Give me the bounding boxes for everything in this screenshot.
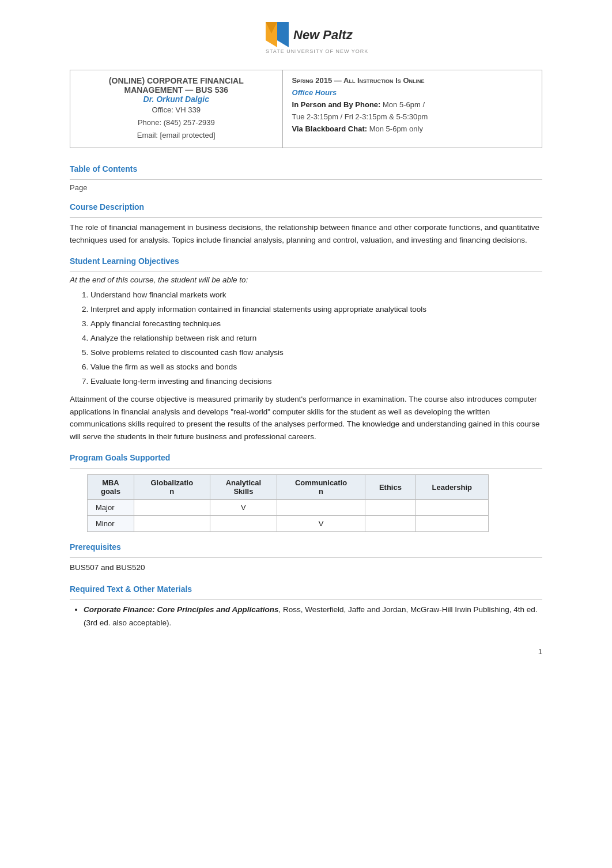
svg-text:STATE UNIVERSITY OF NEW YORK: STATE UNIVERSITY OF NEW YORK xyxy=(266,48,368,54)
col-ethics: Ethics xyxy=(365,475,415,500)
office-info: Office: VH 339 xyxy=(80,104,273,116)
office-hours-line3: Via Blackboard Chat: Mon 5-6pm only xyxy=(292,123,532,135)
svg-text:New Paltz: New Paltz xyxy=(293,28,353,42)
header-table: (ONLINE) CORPORATE FINANCIAL MANAGEMENT … xyxy=(70,70,542,148)
learning-objective-7: Evaluate long-term investing and financi… xyxy=(90,375,542,388)
required-text-item: Corporate Finance: Core Principles and A… xyxy=(84,603,542,630)
required-text-divider xyxy=(70,599,542,600)
learning-objective-4: Analyze the relationship between risk an… xyxy=(90,332,542,345)
learning-objective-6: Value the firm as well as stocks and bon… xyxy=(90,361,542,374)
row-major-label: Major xyxy=(88,500,134,516)
oh-bold-3: Via Blackboard Chat: xyxy=(292,124,368,133)
row-minor-analytical xyxy=(210,516,277,532)
prerequisites-body: BUS507 and BUS520 xyxy=(70,561,542,574)
program-goals-row-major: Major V xyxy=(88,500,489,516)
office-hours-line1: In Person and By Phone: Mon 5-6pm / xyxy=(292,99,532,111)
learning-objectives-list: Understand how financial markets work In… xyxy=(90,289,542,388)
course-title-line1: (ONLINE) CORPORATE FINANCIAL xyxy=(80,76,273,85)
office-hours-line2: Tue 2-3:15pm / Fri 2-3:15pm & 5-5:30pm xyxy=(292,111,532,123)
program-goals-heading: Program Goals Supported xyxy=(70,453,542,462)
required-text-bold-italic: Corporate Finance: Core Principles and A… xyxy=(84,605,279,614)
attainment-text: Attainment of the course objective is me… xyxy=(70,393,542,443)
student-learning-section: Student Learning Objectives At the end o… xyxy=(70,256,542,443)
toc-divider xyxy=(70,179,542,180)
student-learning-divider xyxy=(70,271,542,272)
instructor-name: Dr. Orkunt Dalgic xyxy=(80,95,273,104)
toc-heading: Table of Contents xyxy=(70,164,542,173)
oh-rest-1: Mon 5-6pm / xyxy=(380,100,425,109)
phone-info: Phone: (845) 257-2939 xyxy=(80,116,273,129)
row-major-globalization xyxy=(134,500,210,516)
row-major-leadership xyxy=(415,500,488,516)
program-goals-table: MBAgoals Globalization AnalyticalSkills … xyxy=(87,474,489,532)
learning-objective-5: Solve problems related to discounted cas… xyxy=(90,346,542,360)
toc-section: Table of Contents Page xyxy=(70,164,542,192)
logo-area: New Paltz STATE UNIVERSITY OF NEW YORK xyxy=(70,17,542,59)
header-right-cell: Spring 2015 — All Instruction Is Online … xyxy=(282,70,542,148)
course-description-section: Course Description The role of financial… xyxy=(70,202,542,246)
course-description-divider xyxy=(70,217,542,218)
col-analytical-skills: AnalyticalSkills xyxy=(210,475,277,500)
row-minor-communication: V xyxy=(277,516,365,532)
learning-objective-2: Interpret and apply information containe… xyxy=(90,303,542,316)
program-goals-header-row: MBAgoals Globalization AnalyticalSkills … xyxy=(88,475,489,500)
prerequisites-divider xyxy=(70,557,542,558)
required-text-heading: Required Text & Other Materials xyxy=(70,584,542,594)
col-globalization: Globalization xyxy=(134,475,210,500)
row-minor-globalization xyxy=(134,516,210,532)
row-minor-label: Minor xyxy=(88,516,134,532)
prerequisites-section: Prerequisites BUS507 and BUS520 xyxy=(70,542,542,574)
program-goals-row-minor: Minor V xyxy=(88,516,489,532)
col-leadership: Leadership xyxy=(415,475,488,500)
page-number: 1 xyxy=(70,647,542,656)
course-title-line2: MANAGEMENT — BUS 536 xyxy=(80,85,273,95)
learning-objective-1: Understand how financial markets work xyxy=(90,289,542,302)
required-text-list: Corporate Finance: Core Principles and A… xyxy=(84,603,542,630)
page-container: New Paltz STATE UNIVERSITY OF NEW YORK (… xyxy=(47,0,565,679)
program-goals-section: Program Goals Supported MBAgoals Globali… xyxy=(70,453,542,532)
course-description-body: The role of financial management in busi… xyxy=(70,221,542,246)
col-mba-goals: MBAgoals xyxy=(88,475,134,500)
course-description-heading: Course Description xyxy=(70,202,542,212)
col-communication: Communication xyxy=(277,475,365,500)
spring-header: Spring 2015 — All Instruction Is Online xyxy=(292,76,532,85)
header-left-cell: (ONLINE) CORPORATE FINANCIAL MANAGEMENT … xyxy=(70,70,283,148)
row-major-communication xyxy=(277,500,365,516)
required-text-section: Required Text & Other Materials Corporat… xyxy=(70,584,542,630)
oh-bold-1: In Person and By Phone: xyxy=(292,100,381,109)
prerequisites-heading: Prerequisites xyxy=(70,542,542,552)
office-hours-title: Office Hours xyxy=(292,88,532,97)
row-major-ethics xyxy=(365,500,415,516)
student-learning-heading: Student Learning Objectives xyxy=(70,256,542,266)
row-minor-ethics xyxy=(365,516,415,532)
row-minor-leadership xyxy=(415,516,488,532)
svg-marker-2 xyxy=(277,22,289,47)
student-learning-intro: At the end of this course, the student w… xyxy=(70,276,542,284)
email-info: Email: [email protected] xyxy=(80,129,273,142)
row-major-analytical: V xyxy=(210,500,277,516)
program-goals-divider xyxy=(70,468,542,469)
oh-rest-3: Mon 5-6pm only xyxy=(367,124,423,133)
toc-page-label: Page xyxy=(70,183,542,192)
learning-objective-3: Apply financial forecasting techniques xyxy=(90,318,542,331)
new-paltz-logo: New Paltz STATE UNIVERSITY OF NEW YORK xyxy=(231,17,381,58)
